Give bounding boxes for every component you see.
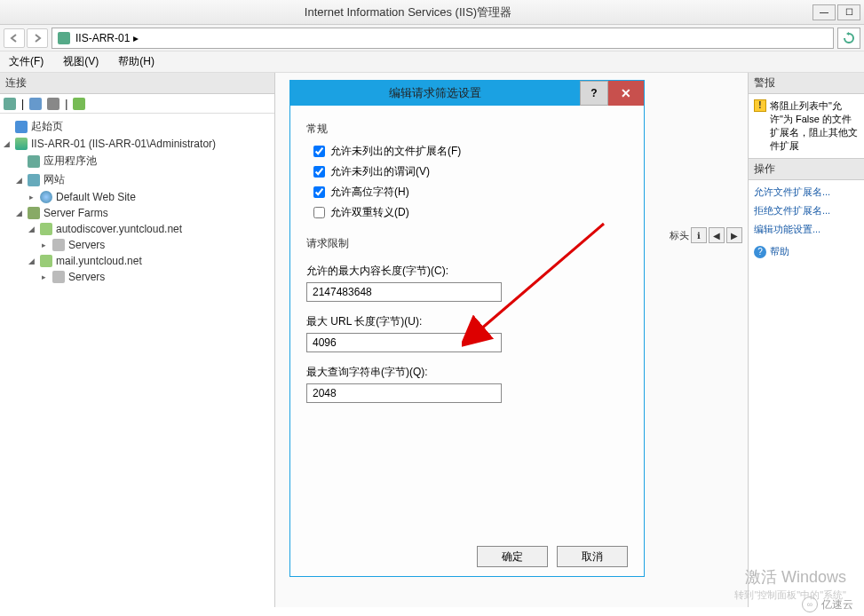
connections-panel: 连接 | | 起始页 ◢IIS-ARR-01 (IIS-ARR-01\Admin…: [0, 73, 275, 607]
dialog-help-button[interactable]: ?: [580, 81, 608, 106]
dialog-title: 编辑请求筛选设置: [290, 81, 580, 106]
tree-farm1-servers[interactable]: ▸Servers: [2, 237, 273, 253]
checkbox-doubleesc-input[interactable]: [313, 207, 325, 218]
prefs-icon[interactable]: [73, 98, 85, 110]
actions-header: 操作: [749, 159, 864, 180]
nav-back-button[interactable]: [4, 28, 25, 48]
delete-icon[interactable]: [47, 98, 59, 110]
action-deny-ext[interactable]: 拒绝文件扩展名...: [754, 204, 859, 217]
cancel-button[interactable]: 取消: [557, 546, 628, 567]
max-content-label: 允许的最大内容长度(字节)(C):: [306, 264, 628, 279]
server-icon: [58, 32, 70, 44]
connect-icon[interactable]: [4, 98, 16, 110]
logo-icon: ∞: [802, 596, 818, 612]
arrow-left-icon: [9, 33, 20, 43]
checkbox-allow-doubleesc[interactable]: 允许双重转义(D): [313, 205, 628, 220]
general-section-label: 常规: [306, 122, 628, 137]
menubar: 文件(F) 视图(V) 帮助(H): [0, 51, 864, 73]
warning-icon: [754, 99, 766, 112]
header-info-button[interactable]: ℹ: [691, 227, 707, 243]
activate-windows-watermark: 激活 Windows: [745, 566, 846, 588]
address-path: IIS-ARR-01 ▸: [75, 32, 139, 44]
alert-text: 将阻止列表中"允许"为 False 的文件扩展名，阻止其他文件扩展: [770, 99, 859, 153]
dialog-close-button[interactable]: ✕: [608, 81, 644, 106]
tree-default-website[interactable]: ▸Default Web Site: [2, 189, 273, 205]
maximize-button[interactable]: ☐: [837, 4, 860, 20]
max-content-input[interactable]: [306, 282, 502, 302]
tree-app-pools[interactable]: 应用程序池: [2, 152, 273, 170]
connections-toolbar: | |: [0, 94, 274, 114]
tree-start-page[interactable]: 起始页: [2, 117, 273, 136]
refresh-icon: [843, 32, 855, 44]
tree-farm-mail[interactable]: ◢mail.yuntcloud.net: [2, 253, 273, 269]
action-allow-ext[interactable]: 允许文件扩展名...: [754, 186, 859, 199]
tree-server-farms[interactable]: ◢Server Farms: [2, 205, 273, 221]
edit-request-filter-dialog: 编辑请求筛选设置 ? ✕ 常规 允许未列出的文件扩展名(F) 允许未列出的谓词(…: [289, 80, 645, 577]
toolbar-separator: |: [65, 98, 67, 110]
checkbox-allow-unlisted-ext[interactable]: 允许未列出的文件扩展名(F): [313, 144, 628, 159]
checkbox-allow-highbit[interactable]: 允许高位字符(H): [313, 185, 628, 200]
alerts-header: 警报: [749, 73, 864, 94]
tree-server-node[interactable]: ◢IIS-ARR-01 (IIS-ARR-01\Administrator): [2, 136, 273, 152]
yisu-logo: ∞ 亿速云: [802, 596, 853, 612]
center-toolbar: 标头 ℹ ◀ ▶: [670, 227, 742, 243]
save-icon[interactable]: [29, 98, 42, 110]
checkbox-allow-unlisted-verb[interactable]: 允许未列出的谓词(V): [313, 164, 628, 179]
tree-farm-autodiscover[interactable]: ◢autodiscover.yuntcloud.net: [2, 221, 273, 237]
connections-header: 连接: [0, 73, 274, 94]
right-panel: 警报 将阻止列表中"允许"为 False 的文件扩展名，阻止其他文件扩展 操作 …: [749, 73, 864, 607]
help-icon: ?: [754, 246, 766, 258]
toolbar-separator: |: [21, 98, 24, 110]
alerts-body: 将阻止列表中"允许"为 False 的文件扩展名，阻止其他文件扩展: [749, 94, 864, 159]
menu-help[interactable]: 帮助(H): [113, 52, 160, 71]
navbar: IIS-ARR-01 ▸: [0, 25, 864, 51]
arrow-right-icon: [32, 33, 43, 43]
ok-button[interactable]: 确定: [477, 546, 548, 567]
svg-rect-3: [73, 98, 85, 110]
checkbox-highbit-input[interactable]: [313, 186, 325, 198]
limits-section-label: 请求限制: [306, 236, 628, 251]
svg-rect-0: [4, 98, 16, 110]
address-bar[interactable]: IIS-ARR-01 ▸: [52, 28, 834, 49]
refresh-button[interactable]: [837, 28, 860, 49]
action-edit-settings[interactable]: 编辑功能设置...: [754, 223, 859, 236]
tree-sites[interactable]: ◢网站: [2, 170, 273, 189]
header-prev-button[interactable]: ◀: [709, 227, 725, 243]
max-query-label: 最大查询字符串(字节)(Q):: [306, 365, 628, 380]
menu-view[interactable]: 视图(V): [58, 52, 104, 71]
header-label: 标头: [670, 229, 689, 242]
action-help[interactable]: ? 帮助: [754, 245, 859, 258]
dialog-titlebar: 编辑请求筛选设置 ? ✕: [290, 81, 644, 106]
nav-forward-button[interactable]: [27, 28, 48, 48]
max-url-input[interactable]: [306, 333, 502, 352]
max-url-label: 最大 URL 长度(字节)(U):: [306, 314, 628, 329]
max-query-input[interactable]: [306, 383, 502, 403]
window-title: Internet Information Services (IIS)管理器: [4, 4, 812, 20]
menu-file[interactable]: 文件(F): [4, 52, 49, 71]
minimize-button[interactable]: —: [812, 4, 836, 20]
window-titlebar: Internet Information Services (IIS)管理器 —…: [0, 0, 864, 25]
tree-farm2-servers[interactable]: ▸Servers: [2, 269, 273, 285]
checkbox-verb-input[interactable]: [313, 166, 325, 178]
header-next-button[interactable]: ▶: [726, 227, 742, 243]
svg-rect-2: [47, 98, 59, 110]
connections-tree: 起始页 ◢IIS-ARR-01 (IIS-ARR-01\Administrato…: [0, 114, 274, 607]
checkbox-ext-input[interactable]: [313, 146, 325, 157]
svg-rect-1: [29, 98, 42, 110]
